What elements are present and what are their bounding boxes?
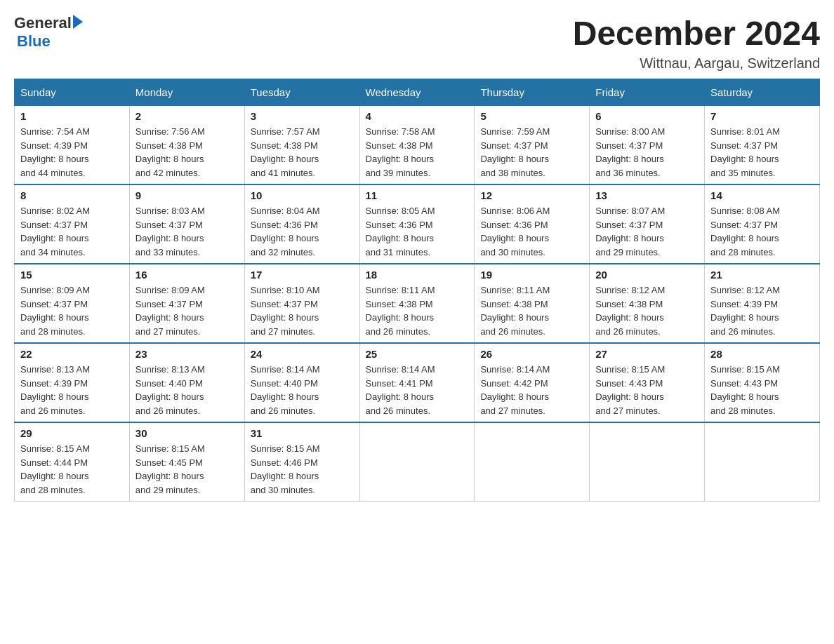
header-day: Sunday (15, 79, 130, 106)
day-number: 18 (366, 269, 469, 281)
calendar-week-row: 22 Sunrise: 8:13 AM Sunset: 4:39 PM Dayl… (15, 343, 820, 422)
day-info: Sunrise: 8:01 AM Sunset: 4:37 PM Dayligh… (710, 125, 814, 180)
calendar-cell: 5 Sunrise: 7:59 AM Sunset: 4:37 PM Dayli… (475, 106, 590, 185)
calendar-cell: 22 Sunrise: 8:13 AM Sunset: 4:39 PM Dayl… (15, 343, 130, 422)
header-row: SundayMondayTuesdayWednesdayThursdayFrid… (15, 79, 820, 106)
day-number: 22 (20, 348, 124, 360)
day-number: 24 (251, 348, 354, 360)
day-number: 6 (595, 110, 699, 122)
day-info: Sunrise: 8:11 AM Sunset: 4:38 PM Dayligh… (366, 283, 469, 338)
day-info: Sunrise: 8:00 AM Sunset: 4:37 PM Dayligh… (595, 125, 699, 180)
logo-blue: Blue (17, 32, 51, 51)
calendar-cell: 15 Sunrise: 8:09 AM Sunset: 4:37 PM Dayl… (15, 264, 130, 343)
day-info: Sunrise: 8:06 AM Sunset: 4:36 PM Dayligh… (480, 204, 583, 259)
calendar-cell: 4 Sunrise: 7:58 AM Sunset: 4:38 PM Dayli… (359, 106, 475, 185)
day-number: 10 (251, 189, 354, 201)
calendar-cell: 1 Sunrise: 7:54 AM Sunset: 4:39 PM Dayli… (15, 106, 130, 185)
day-info: Sunrise: 8:14 AM Sunset: 4:41 PM Dayligh… (366, 363, 469, 417)
header-day: Monday (129, 79, 244, 106)
calendar-cell: 23 Sunrise: 8:13 AM Sunset: 4:40 PM Dayl… (129, 343, 244, 422)
calendar-cell: 21 Sunrise: 8:12 AM Sunset: 4:39 PM Dayl… (705, 264, 820, 343)
calendar-cell: 20 Sunrise: 8:12 AM Sunset: 4:38 PM Dayl… (590, 264, 705, 343)
day-number: 9 (135, 189, 239, 201)
calendar-cell: 19 Sunrise: 8:11 AM Sunset: 4:38 PM Dayl… (475, 264, 590, 343)
calendar-cell: 12 Sunrise: 8:06 AM Sunset: 4:36 PM Dayl… (475, 185, 590, 264)
day-info: Sunrise: 8:11 AM Sunset: 4:38 PM Dayligh… (480, 283, 583, 338)
day-number: 31 (251, 427, 354, 439)
calendar-cell: 24 Sunrise: 8:14 AM Sunset: 4:40 PM Dayl… (244, 343, 359, 422)
logo-arrow-icon (73, 15, 83, 29)
day-number: 5 (480, 110, 583, 122)
title-section: December 2024 Wittnau, Aargau, Switzerla… (573, 14, 820, 72)
day-info: Sunrise: 7:59 AM Sunset: 4:37 PM Dayligh… (480, 125, 583, 180)
day-info: Sunrise: 7:57 AM Sunset: 4:38 PM Dayligh… (251, 125, 354, 180)
calendar-cell: 30 Sunrise: 8:15 AM Sunset: 4:45 PM Dayl… (129, 422, 244, 502)
day-info: Sunrise: 8:09 AM Sunset: 4:37 PM Dayligh… (135, 283, 239, 338)
calendar-cell: 14 Sunrise: 8:08 AM Sunset: 4:37 PM Dayl… (705, 185, 820, 264)
calendar-cell: 25 Sunrise: 8:14 AM Sunset: 4:41 PM Dayl… (359, 343, 475, 422)
day-info: Sunrise: 8:13 AM Sunset: 4:40 PM Dayligh… (135, 363, 239, 417)
calendar-table: SundayMondayTuesdayWednesdayThursdayFrid… (14, 79, 820, 502)
day-number: 12 (480, 189, 583, 201)
calendar-cell: 13 Sunrise: 8:07 AM Sunset: 4:37 PM Dayl… (590, 185, 705, 264)
day-number: 29 (20, 427, 124, 439)
calendar-cell: 3 Sunrise: 7:57 AM Sunset: 4:38 PM Dayli… (244, 106, 359, 185)
calendar-cell (590, 422, 705, 502)
day-number: 13 (595, 189, 699, 201)
day-info: Sunrise: 8:15 AM Sunset: 4:46 PM Dayligh… (251, 442, 354, 497)
calendar-cell: 27 Sunrise: 8:15 AM Sunset: 4:43 PM Dayl… (590, 343, 705, 422)
header-day: Saturday (705, 79, 820, 106)
calendar-cell: 29 Sunrise: 8:15 AM Sunset: 4:44 PM Dayl… (15, 422, 130, 502)
header-day: Friday (590, 79, 705, 106)
day-number: 30 (135, 427, 239, 439)
calendar-cell (475, 422, 590, 502)
page-title: December 2024 (573, 14, 820, 53)
day-info: Sunrise: 8:12 AM Sunset: 4:39 PM Dayligh… (710, 283, 814, 338)
calendar-cell: 26 Sunrise: 8:14 AM Sunset: 4:42 PM Dayl… (475, 343, 590, 422)
calendar-cell (705, 422, 820, 502)
calendar-week-row: 1 Sunrise: 7:54 AM Sunset: 4:39 PM Dayli… (15, 106, 820, 185)
calendar-cell: 9 Sunrise: 8:03 AM Sunset: 4:37 PM Dayli… (129, 185, 244, 264)
day-info: Sunrise: 8:08 AM Sunset: 4:37 PM Dayligh… (710, 204, 814, 259)
day-info: Sunrise: 8:13 AM Sunset: 4:39 PM Dayligh… (20, 363, 124, 417)
day-number: 27 (595, 348, 699, 360)
calendar-cell: 17 Sunrise: 8:10 AM Sunset: 4:37 PM Dayl… (244, 264, 359, 343)
day-number: 23 (135, 348, 239, 360)
logo-general: General (14, 14, 72, 32)
day-info: Sunrise: 8:12 AM Sunset: 4:38 PM Dayligh… (595, 283, 699, 338)
page-header: General Blue December 2024 Wittnau, Aarg… (14, 14, 820, 72)
day-info: Sunrise: 8:14 AM Sunset: 4:42 PM Dayligh… (480, 363, 583, 417)
day-number: 17 (251, 269, 354, 281)
header-day: Thursday (475, 79, 590, 106)
day-info: Sunrise: 8:15 AM Sunset: 4:43 PM Dayligh… (595, 363, 699, 417)
calendar-cell: 2 Sunrise: 7:56 AM Sunset: 4:38 PM Dayli… (129, 106, 244, 185)
day-number: 21 (710, 269, 814, 281)
logo: General Blue (14, 14, 83, 51)
day-info: Sunrise: 8:04 AM Sunset: 4:36 PM Dayligh… (251, 204, 354, 259)
calendar-cell: 16 Sunrise: 8:09 AM Sunset: 4:37 PM Dayl… (129, 264, 244, 343)
day-info: Sunrise: 8:07 AM Sunset: 4:37 PM Dayligh… (595, 204, 699, 259)
day-info: Sunrise: 8:15 AM Sunset: 4:45 PM Dayligh… (135, 442, 239, 497)
day-info: Sunrise: 8:03 AM Sunset: 4:37 PM Dayligh… (135, 204, 239, 259)
location-subtitle: Wittnau, Aargau, Switzerland (573, 55, 820, 72)
day-number: 25 (366, 348, 469, 360)
day-number: 28 (710, 348, 814, 360)
day-info: Sunrise: 8:15 AM Sunset: 4:43 PM Dayligh… (710, 363, 814, 417)
day-number: 2 (135, 110, 239, 122)
day-info: Sunrise: 8:09 AM Sunset: 4:37 PM Dayligh… (20, 283, 124, 338)
calendar-cell: 7 Sunrise: 8:01 AM Sunset: 4:37 PM Dayli… (705, 106, 820, 185)
calendar-week-row: 29 Sunrise: 8:15 AM Sunset: 4:44 PM Dayl… (15, 422, 820, 502)
day-number: 16 (135, 269, 239, 281)
day-number: 7 (710, 110, 814, 122)
day-number: 1 (20, 110, 124, 122)
day-info: Sunrise: 7:58 AM Sunset: 4:38 PM Dayligh… (366, 125, 469, 180)
day-number: 14 (710, 189, 814, 201)
calendar-cell (359, 422, 475, 502)
header-day: Wednesday (359, 79, 475, 106)
day-info: Sunrise: 8:14 AM Sunset: 4:40 PM Dayligh… (251, 363, 354, 417)
day-number: 20 (595, 269, 699, 281)
header-day: Tuesday (244, 79, 359, 106)
day-number: 26 (480, 348, 583, 360)
day-number: 3 (251, 110, 354, 122)
day-info: Sunrise: 7:56 AM Sunset: 4:38 PM Dayligh… (135, 125, 239, 180)
